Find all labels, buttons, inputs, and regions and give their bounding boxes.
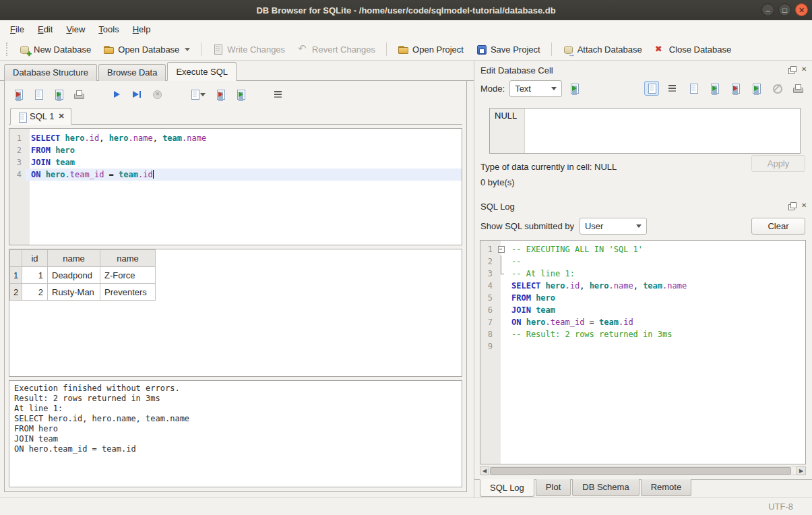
window-title: DB Browser for SQLite - /home/user/code/… (0, 5, 812, 16)
code-text: SELECT hero.id, hero.name, team.name (506, 280, 805, 292)
tab-remote[interactable]: Remote (641, 479, 692, 496)
line-number: 3 (9, 156, 26, 169)
new-database-button[interactable]: New Database (14, 41, 96, 57)
cell-id[interactable]: 1 (22, 267, 48, 284)
export-results-icon (189, 89, 200, 100)
open-sql-file-button[interactable] (13, 89, 24, 100)
print-sql-button[interactable] (73, 89, 84, 100)
save-sql-file-icon (33, 89, 44, 100)
menu-edit[interactable]: Edit (32, 22, 59, 37)
revert-changes-label: Revert Changes (312, 44, 375, 55)
copy-cell-button[interactable] (707, 81, 722, 96)
line-number: 6 (480, 304, 497, 316)
print-cell-button[interactable] (790, 81, 805, 96)
tab-database-structure[interactable]: Database Structure (4, 64, 97, 81)
titlebar: DB Browser for SQLite - /home/user/code/… (0, 0, 812, 20)
menu-file[interactable]: File (4, 22, 30, 37)
execute-all-button[interactable] (111, 89, 122, 100)
cell-team-name[interactable]: Preventers (100, 284, 156, 301)
maximize-button[interactable]: □ (778, 3, 791, 16)
line-number: 1 (9, 132, 26, 144)
chevron-down-icon (636, 224, 642, 228)
word-wrap-icon (273, 89, 284, 100)
line-number: 2 (480, 255, 497, 268)
execute-current-line-button[interactable] (131, 89, 142, 100)
cell-id[interactable]: 2 (22, 284, 48, 301)
close-database-button[interactable]: Close Database (650, 41, 737, 57)
open-database-button[interactable]: Open Database (98, 41, 195, 57)
sql-editor[interactable]: 1SELECT hero.id, hero.name, team.name2FR… (9, 128, 462, 245)
minimize-button[interactable]: – (761, 3, 774, 16)
find-replace-button[interactable] (235, 89, 246, 100)
cell-team-name[interactable]: Z-Force (100, 267, 156, 284)
word-wrap-button[interactable] (273, 89, 284, 100)
code-line: 2FROM hero (9, 144, 462, 156)
mode-select[interactable]: Text (509, 80, 562, 97)
code-line: 3JOIN team (9, 156, 462, 169)
row-header[interactable]: 1 (10, 267, 22, 284)
cell-hero-name[interactable]: Rusty-Man (48, 284, 100, 301)
float-dock-icon[interactable] (788, 202, 797, 211)
tab-sql-log[interactable]: SQL Log (480, 479, 534, 497)
fold-collapse-icon[interactable] (497, 243, 506, 255)
save-sql-file-as-icon (53, 89, 64, 100)
close-dock-icon[interactable] (800, 65, 809, 75)
log-filter-label: Show SQL submitted by (480, 221, 574, 231)
column-header-name-1[interactable]: name (48, 250, 100, 267)
menu-help[interactable]: Help (127, 22, 157, 37)
edit-cell-header: Edit Database Cell (474, 61, 812, 78)
column-header-name-2[interactable]: name (100, 250, 156, 267)
tab-execute-sql[interactable]: Execute SQL (167, 62, 237, 81)
export-cell-button[interactable] (749, 81, 763, 96)
scroll-right-icon[interactable]: ▶ (797, 466, 806, 475)
sql-tabbar: SQL 1 ✕ (9, 107, 462, 125)
apply-format-button[interactable] (567, 81, 582, 96)
code-text: FROM hero (506, 292, 805, 304)
scrollbar-track[interactable] (489, 466, 797, 475)
results-header-row: id name name (10, 250, 156, 267)
open-project-button[interactable]: Open Project (393, 41, 468, 57)
import-cell-button[interactable] (728, 81, 743, 96)
tab-sql-1[interactable]: SQL 1 ✕ (10, 108, 71, 125)
tab-plot[interactable]: Plot (536, 479, 571, 496)
cell-editor-area[interactable] (525, 109, 800, 153)
scroll-left-icon[interactable]: ◀ (480, 466, 489, 475)
table-row: 2 2 Rusty-Man Preventers (10, 284, 156, 301)
tab-browse-data[interactable]: Browse Data (98, 64, 166, 81)
write-changes-button: Write Changes (208, 41, 290, 57)
tab-db-schema[interactable]: DB Schema (572, 479, 639, 496)
text-mode-button[interactable] (644, 81, 659, 96)
close-tab-icon[interactable]: ✕ (58, 112, 64, 121)
cell-editor[interactable]: NULL (489, 108, 801, 154)
close-dock-icon[interactable] (800, 202, 809, 211)
float-dock-icon[interactable] (788, 65, 797, 75)
save-results-icon (215, 89, 226, 100)
save-results-button[interactable] (215, 89, 226, 100)
open-external-button[interactable] (686, 81, 701, 96)
menu-view[interactable]: View (60, 22, 91, 37)
toolbar-grip[interactable] (6, 42, 9, 56)
print-icon (792, 83, 803, 94)
scrollbar-thumb[interactable] (490, 467, 791, 475)
sql-log-view[interactable]: 1-- EXECUTING ALL IN 'SQL 1'2--3-- At li… (480, 240, 806, 464)
code-text: -- Result: 2 rows returned in 3ms (506, 328, 805, 340)
column-header-id[interactable]: id (22, 250, 48, 267)
save-sql-file-button[interactable] (33, 89, 44, 100)
attach-database-button[interactable]: Attach Database (558, 41, 647, 57)
log-filter-select[interactable]: User (580, 218, 647, 235)
close-button[interactable]: ✕ (795, 3, 808, 16)
log-horizontal-scrollbar[interactable]: ◀ ▶ (480, 466, 806, 475)
open-external-icon (688, 83, 699, 94)
row-header[interactable]: 2 (10, 284, 22, 301)
menu-tools[interactable]: Tools (92, 22, 125, 37)
export-results-button[interactable] (189, 89, 206, 100)
grid-corner[interactable] (10, 250, 22, 267)
save-project-button[interactable]: Save Project (471, 41, 545, 57)
line-number: 2 (9, 144, 26, 156)
clear-log-button[interactable]: Clear (751, 218, 805, 235)
save-sql-file-as-button[interactable] (53, 89, 64, 100)
encoding-indicator[interactable]: UTF-8 (768, 502, 793, 512)
cell-hero-name[interactable]: Deadpond (48, 267, 100, 284)
word-wrap-cell-button[interactable] (665, 81, 680, 96)
mode-label: Mode: (480, 84, 505, 94)
